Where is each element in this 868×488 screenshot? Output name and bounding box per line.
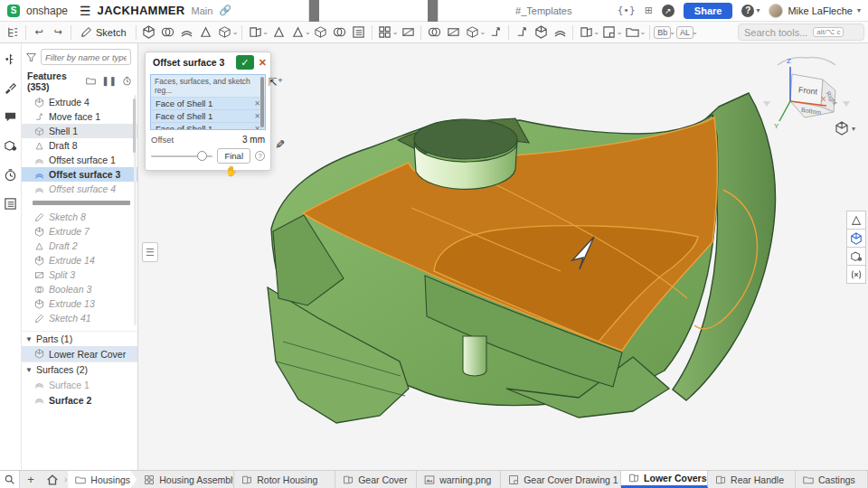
sweep-icon[interactable] (178, 23, 196, 42)
redo-icon[interactable]: ↪ (49, 23, 67, 42)
split-icon[interactable] (444, 23, 462, 42)
filter-input[interactable] (41, 49, 131, 65)
feature-row[interactable]: Split 3 (22, 267, 137, 282)
rib-icon[interactable] (350, 23, 368, 42)
surface-caret-icon[interactable]: ⌄ (640, 28, 646, 36)
final-button[interactable]: Final (217, 148, 250, 164)
feature-row[interactable]: Extrude 13 (22, 296, 137, 311)
feature-list-collapse-handle[interactable]: ☰ (142, 242, 158, 262)
modify-fillet-icon[interactable] (463, 23, 481, 42)
accept-button[interactable]: ✓ (236, 55, 254, 70)
feature-list-scrollbar[interactable] (134, 95, 137, 325)
shell-icon[interactable] (312, 23, 330, 42)
replace-face-icon[interactable] (532, 23, 550, 42)
al-caret-icon[interactable]: ⌄ (692, 28, 698, 36)
rollback-bar[interactable] (33, 201, 130, 205)
feature-row[interactable]: Sketch 41 (22, 311, 137, 325)
variables-button[interactable] (846, 265, 866, 284)
workspace-name[interactable]: Main (192, 5, 213, 16)
selection-scrollbar[interactable] (260, 77, 264, 127)
draft-caret-icon[interactable]: ⌄ (305, 28, 311, 36)
feature-row[interactable]: Shell 1 (22, 124, 137, 138)
thicken-caret-icon[interactable]: ⌄ (232, 28, 239, 36)
appearance-panel-icon[interactable] (4, 81, 18, 96)
revolve-icon[interactable] (159, 23, 177, 42)
feature-row[interactable]: Extrude 14 (22, 253, 137, 267)
move-face-icon[interactable] (513, 23, 531, 42)
measure-panel-icon[interactable] (4, 52, 18, 67)
tab-rotor-housing[interactable]: Rotor Housing (234, 471, 335, 488)
search-tools-input[interactable]: Search tools... alt/⌥ c (738, 23, 864, 41)
graphics-area[interactable]: ☰ Front Right Bottom Z X Y ▾ (138, 43, 868, 470)
transform-caret-icon[interactable]: ⌄ (593, 28, 599, 36)
tab-lower-covers-active[interactable]: Lower Covers (621, 471, 708, 488)
extrude-icon[interactable] (140, 23, 158, 42)
feature-row[interactable]: Boolean 3 (22, 282, 137, 296)
feature-row[interactable]: Draft 8 (22, 138, 137, 153)
help-caret-icon[interactable]: ▾ (756, 6, 760, 14)
tab-gear-cover[interactable]: Gear Cover (335, 471, 417, 488)
user-menu-caret-icon[interactable]: ▾ (857, 6, 861, 14)
view-options-button[interactable]: ▾ (835, 121, 855, 136)
surface-icon[interactable] (624, 23, 642, 42)
offset-slider[interactable] (151, 155, 212, 157)
part-row[interactable]: Lower Rear Cover (22, 346, 137, 361)
feature-row[interactable]: Draft 2 (22, 239, 137, 253)
fillet-caret-icon[interactable]: ⌄ (262, 28, 269, 36)
onshape-logo-icon[interactable]: S (7, 5, 20, 17)
surface-row[interactable]: Surface 1 (22, 377, 137, 392)
remove-selection-icon[interactable]: ✕ (254, 112, 260, 120)
parts-section-header[interactable]: ▼ Parts (1) (22, 331, 137, 346)
configurations-panel-icon[interactable] (4, 139, 18, 154)
chamfer-icon[interactable] (269, 23, 288, 42)
user-name[interactable]: Mike LaFleche (788, 5, 853, 16)
filter-funnel-icon[interactable] (25, 52, 37, 63)
isolate-button[interactable] (846, 229, 866, 248)
draft-icon[interactable] (288, 23, 307, 42)
selected-face-row[interactable]: Face of Shell 1✕ (151, 98, 265, 110)
document-path[interactable]: #_Templates (515, 5, 571, 16)
help-icon[interactable]: ? (741, 5, 754, 17)
rollback-history-icon[interactable] (122, 76, 132, 88)
toggle-feature-list-icon[interactable] (4, 23, 22, 42)
app-store-icon[interactable]: ⊞ (645, 5, 653, 16)
remove-selection-icon[interactable]: ✕ (254, 125, 260, 130)
add-tab-button[interactable]: + (20, 471, 42, 488)
feature-row[interactable]: Move face 1 (22, 109, 137, 124)
pattern-icon[interactable] (376, 23, 394, 42)
selected-face-row[interactable]: Face of Shell 1✕ (151, 110, 265, 123)
offset-value[interactable]: 3 mm (242, 135, 265, 145)
draft-analysis-button[interactable] (846, 211, 866, 230)
comments-panel-icon[interactable] (4, 110, 18, 125)
modify-caret-icon[interactable]: ⌄ (479, 28, 486, 36)
learning-center-icon[interactable]: ↗ (662, 5, 675, 17)
user-avatar[interactable] (769, 4, 783, 18)
sketch-button[interactable]: Sketch (75, 24, 132, 40)
feature-row[interactable]: Offset surface 4 (22, 182, 137, 196)
feature-row-selected[interactable]: Offset surface 3 (22, 167, 137, 182)
suppress-pause-icon[interactable]: ❚❚ (101, 76, 117, 88)
tab-warning-png[interactable]: warning.png (417, 471, 501, 488)
thicken-icon[interactable] (216, 23, 234, 42)
cancel-button[interactable]: ✕ (259, 57, 267, 69)
share-button[interactable]: Share (684, 3, 733, 19)
feature-row[interactable]: Extrude 4 (22, 95, 137, 109)
curve-icon[interactable] (600, 23, 618, 42)
tab-castings[interactable]: Castings (796, 471, 868, 488)
slider-handle[interactable] (197, 151, 207, 161)
dialog-help-icon[interactable]: ? (255, 151, 265, 161)
tab-housings[interactable]: Housings (68, 471, 137, 488)
tab-housing-assembly[interactable]: Housing Assembly (137, 471, 234, 488)
transform-icon[interactable] (577, 23, 595, 42)
section-view-button[interactable] (846, 247, 866, 266)
feature-row[interactable]: Sketch 8 (22, 210, 137, 224)
surfaces-section-header[interactable]: ▼ Surfaces (2) (22, 361, 137, 377)
tab-gear-cover-drawing[interactable]: Gear Cover Drawing 1 (501, 471, 621, 488)
featurescript-icon[interactable]: {•} (618, 5, 636, 16)
tab-rear-handle[interactable]: Rear Handle (708, 471, 796, 488)
main-menu-icon[interactable]: ☰ (80, 4, 91, 18)
feature-row[interactable]: Offset surface 1 (22, 153, 137, 167)
document-title[interactable]: JACKHAMMER (98, 4, 185, 17)
surface-row[interactable]: Surface 2 (22, 392, 137, 408)
search-tabs-icon[interactable] (0, 471, 20, 488)
